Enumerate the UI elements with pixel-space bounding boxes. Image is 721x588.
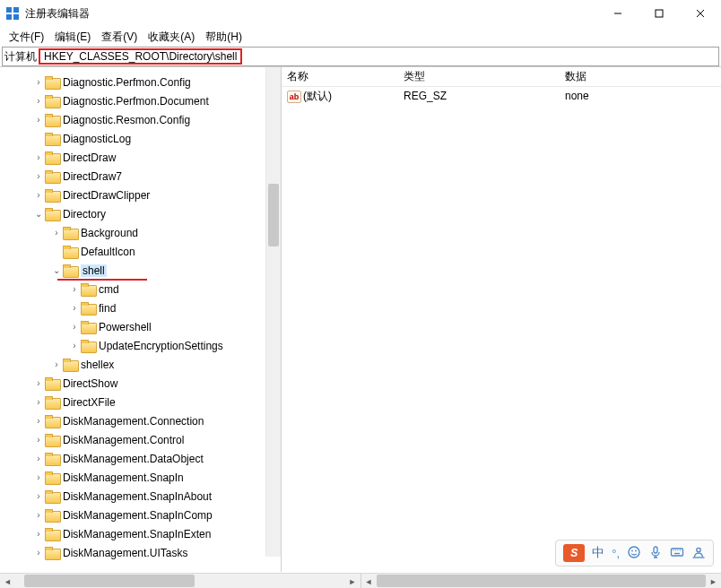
scroll-track-right[interactable] bbox=[377, 574, 707, 588]
tree-node[interactable]: ›DiskManagement.SnapInAbout bbox=[7, 487, 281, 506]
minimize-button[interactable] bbox=[597, 0, 638, 27]
chevron-right-icon[interactable]: › bbox=[50, 228, 63, 238]
registry-tree[interactable]: ›Diagnostic.Perfmon.Config›Diagnostic.Pe… bbox=[0, 73, 281, 562]
addressbar[interactable]: 计算机 HKEY_CLASSES_ROOT\Directory\shell bbox=[2, 47, 719, 66]
ime-toolbar[interactable]: S 中 °, bbox=[555, 540, 714, 566]
chevron-right-icon[interactable]: › bbox=[32, 190, 45, 200]
chevron-right-icon[interactable]: › bbox=[32, 115, 45, 125]
folder-icon bbox=[45, 471, 59, 484]
ime-keyboard-icon[interactable] bbox=[670, 545, 684, 562]
chevron-right-icon[interactable]: › bbox=[32, 491, 45, 501]
tree-label: DirectDraw7 bbox=[63, 170, 122, 183]
scroll-thumb-left[interactable] bbox=[24, 575, 195, 587]
chevron-right-icon[interactable]: › bbox=[68, 341, 81, 350]
cell-type: REG_SZ bbox=[398, 90, 560, 102]
scroll-left-arrow-right-pane[interactable]: ◄ bbox=[361, 574, 377, 588]
tree-label: DirectShow bbox=[63, 377, 117, 390]
ime-smiley-icon[interactable] bbox=[627, 545, 641, 562]
chevron-right-icon[interactable]: › bbox=[68, 284, 81, 294]
tree-node[interactable]: ›DiskManagement.SnapIn bbox=[7, 468, 281, 487]
chevron-right-icon[interactable]: › bbox=[32, 510, 45, 520]
col-type[interactable]: 类型 bbox=[398, 69, 560, 84]
tree-node[interactable]: ·DefaultIcon bbox=[7, 242, 281, 261]
chevron-right-icon[interactable]: › bbox=[32, 472, 45, 482]
sogou-logo-icon[interactable]: S bbox=[563, 544, 585, 562]
tree-node[interactable]: ›Background bbox=[7, 223, 281, 242]
tree-node[interactable]: ›Diagnostic.Resmon.Config bbox=[7, 110, 281, 129]
svg-point-10 bbox=[635, 549, 637, 551]
menu-help[interactable]: 帮助(H) bbox=[202, 28, 246, 47]
tree-node[interactable]: ›find bbox=[7, 298, 281, 317]
tree-label: Powershell bbox=[99, 321, 152, 333]
chevron-right-icon[interactable]: › bbox=[32, 152, 45, 162]
folder-icon bbox=[45, 170, 59, 183]
tree-node[interactable]: ›DiskManagement.SnapInExten bbox=[7, 524, 281, 543]
ime-mic-icon[interactable] bbox=[648, 545, 663, 562]
chevron-right-icon[interactable]: › bbox=[32, 435, 45, 445]
tree-node[interactable]: ›cmd bbox=[7, 280, 281, 298]
tree-node[interactable]: ›Diagnostic.Perfmon.Config bbox=[7, 73, 281, 91]
chevron-right-icon[interactable]: › bbox=[32, 548, 45, 558]
scrollbar-thumb[interactable] bbox=[268, 184, 279, 246]
ime-person-icon[interactable] bbox=[691, 545, 706, 562]
tree-node[interactable]: ⌄shell bbox=[7, 261, 281, 280]
col-data[interactable]: 数据 bbox=[560, 69, 721, 84]
tree-scrollbar-vertical[interactable] bbox=[265, 67, 281, 557]
ime-punct-icon[interactable]: °, bbox=[612, 547, 620, 560]
menu-file[interactable]: 文件(F) bbox=[5, 28, 48, 47]
folder-icon bbox=[81, 302, 95, 315]
tree-node[interactable]: ›DirectDrawClipper bbox=[7, 186, 281, 204]
chevron-right-icon[interactable]: › bbox=[32, 378, 45, 388]
list-header: 名称 类型 数据 bbox=[282, 67, 721, 87]
tree-node[interactable]: ·DiagnosticLog bbox=[7, 129, 281, 148]
scroll-track-left[interactable] bbox=[15, 574, 345, 588]
menu-view[interactable]: 查看(V) bbox=[98, 28, 141, 47]
tree-node[interactable]: ›DirectDraw bbox=[7, 148, 281, 167]
chevron-right-icon[interactable]: › bbox=[32, 454, 45, 463]
close-button[interactable] bbox=[680, 0, 721, 27]
chevron-right-icon[interactable]: › bbox=[32, 529, 45, 539]
tree-label: Background bbox=[81, 227, 138, 239]
menu-edit[interactable]: 编辑(E) bbox=[51, 28, 94, 47]
chevron-right-icon[interactable]: › bbox=[68, 303, 81, 313]
tree-node[interactable]: ›shellex bbox=[7, 355, 281, 374]
tree-node[interactable]: ›DiskManagement.UITasks bbox=[7, 543, 281, 562]
tree-node[interactable]: ›DirectXFile bbox=[7, 393, 281, 411]
tree-node[interactable]: ›DiskManagement.Connection bbox=[7, 411, 281, 430]
tree-node[interactable]: ⌄Directory bbox=[7, 204, 281, 223]
chevron-down-icon[interactable]: ⌄ bbox=[32, 209, 45, 219]
scroll-thumb-right[interactable] bbox=[377, 575, 707, 587]
svg-rect-12 bbox=[672, 549, 683, 556]
scroll-right-arrow-right-pane[interactable]: ► bbox=[706, 574, 721, 588]
chevron-down-icon[interactable]: ⌄ bbox=[50, 265, 63, 275]
tree-node[interactable]: ›DirectShow bbox=[7, 374, 281, 393]
col-name[interactable]: 名称 bbox=[282, 69, 398, 84]
scroll-left-arrow[interactable]: ◄ bbox=[0, 574, 15, 588]
scrollbar-bottom[interactable]: ◄ ► ◄ ► bbox=[0, 573, 721, 588]
tree-node[interactable]: ›DiskManagement.Control bbox=[7, 430, 281, 449]
value-name: (默认) bbox=[303, 90, 332, 102]
scroll-right-arrow[interactable]: ► bbox=[345, 574, 360, 588]
folder-icon bbox=[45, 528, 59, 540]
menu-favorites[interactable]: 收藏夹(A) bbox=[144, 28, 198, 47]
chevron-right-icon[interactable]: › bbox=[32, 96, 45, 106]
maximize-button[interactable] bbox=[638, 0, 680, 27]
chevron-right-icon[interactable]: › bbox=[32, 397, 45, 407]
tree-node[interactable]: ›Diagnostic.Perfmon.Document bbox=[7, 91, 281, 110]
ime-language[interactable]: 中 bbox=[592, 545, 604, 561]
tree-node[interactable]: ›DirectDraw7 bbox=[7, 167, 281, 186]
addressbar-label: 计算机 bbox=[3, 49, 39, 65]
content-area: ›Diagnostic.Perfmon.Config›Diagnostic.Pe… bbox=[0, 66, 721, 572]
chevron-right-icon[interactable]: › bbox=[32, 171, 45, 181]
chevron-right-icon[interactable]: › bbox=[32, 77, 45, 87]
tree-node[interactable]: ›DiskManagement.SnapInComp bbox=[7, 506, 281, 524]
app-icon bbox=[5, 6, 20, 21]
folder-icon bbox=[45, 453, 59, 465]
tree-node[interactable]: ›UpdateEncryptionSettings bbox=[7, 336, 281, 355]
chevron-right-icon[interactable]: › bbox=[68, 322, 81, 332]
tree-node[interactable]: ›DiskManagement.DataObject bbox=[7, 449, 281, 468]
tree-node[interactable]: ›Powershell bbox=[7, 317, 281, 336]
list-row[interactable]: ab(默认)REG_SZnone bbox=[282, 87, 721, 105]
chevron-right-icon[interactable]: › bbox=[50, 359, 63, 369]
chevron-right-icon[interactable]: › bbox=[32, 416, 45, 426]
